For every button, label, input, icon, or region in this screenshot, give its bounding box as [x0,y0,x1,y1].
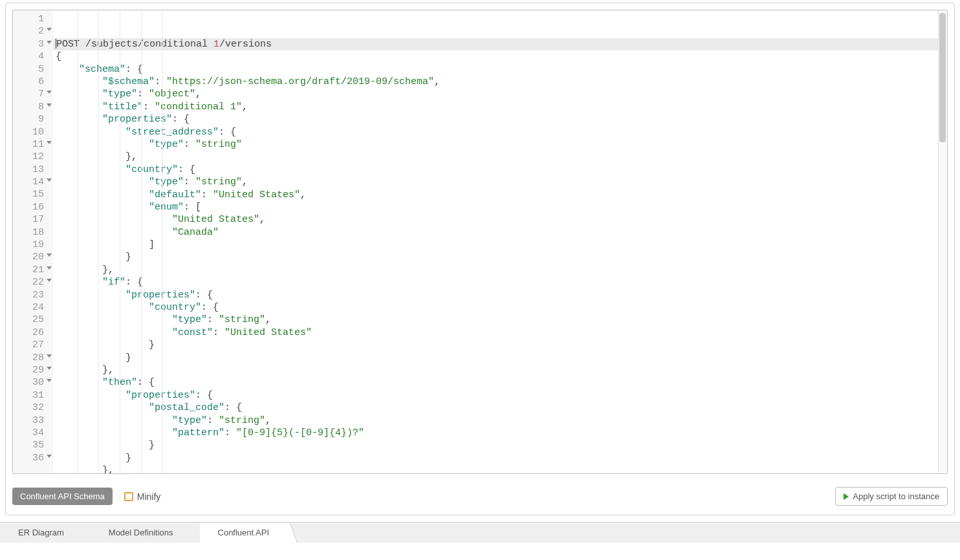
code-line-16[interactable]: "Canada" [53,226,947,239]
gutter-line-35: 35 [13,439,53,451]
editor-toolbar: Confluent API Schema Minify Apply script… [12,487,948,506]
fold-toggle-icon[interactable] [47,178,52,182]
gutter-line-1: 1 [13,13,53,25]
minify-label: Minify [137,491,161,502]
code-line-29[interactable]: "properties": { [53,389,947,402]
scrollbar-thumb[interactable] [939,13,946,142]
code-line-10[interactable]: }, [53,151,947,163]
gutter-line-18: 18 [13,226,53,239]
code-line-12[interactable]: "type": "string", [53,176,947,188]
code-line-4[interactable]: "$schema": "https://json-schema.org/draf… [53,76,947,88]
code-line-28[interactable]: "then": { [53,376,947,389]
code-line-24[interactable]: "const": "United States" [53,327,947,339]
code-line-25[interactable]: } [53,339,947,351]
code-line-9[interactable]: "type": "string" [53,138,947,151]
fold-toggle-icon[interactable] [47,455,52,458]
gutter-line-27: 27 [13,339,53,351]
code-line-1[interactable]: POST /subjects/conditional 1/versions [53,38,947,50]
gutter-line-28: 28 [13,352,53,364]
code-line-35[interactable]: }, [53,464,947,473]
apply-script-button[interactable]: Apply script to instance [835,487,948,506]
fold-toggle-icon[interactable] [47,103,52,107]
code-line-18[interactable]: } [53,251,947,263]
code-line-2[interactable]: { [53,50,947,63]
gutter-line-34: 34 [13,427,53,439]
code-line-32[interactable]: "pattern": "[0-9]{5}(-[0-9]{4})?" [53,427,947,439]
indent-guide [77,10,78,473]
gutter-line-15: 15 [13,188,53,200]
fold-toggle-icon[interactable] [47,379,52,382]
main-panel: 1234567891011121314151617181920212223242… [5,3,955,515]
gutter-line-13: 13 [13,164,53,176]
gutter-line-14: 14 [13,176,53,188]
code-line-27[interactable]: }, [53,364,947,376]
code-line-7[interactable]: "properties": { [53,113,947,125]
code-line-33[interactable]: } [53,439,947,451]
gutter-line-33: 33 [13,415,53,427]
gutter-line-32: 32 [13,402,53,414]
gutter-line-31: 31 [13,389,53,402]
fold-toggle-icon[interactable] [47,354,52,358]
code-line-19[interactable]: }, [53,264,947,276]
code-area[interactable]: POST /subjects/conditional 1/versions{ "… [53,10,947,473]
line-gutter: 1234567891011121314151617181920212223242… [13,10,53,473]
confluent-api-schema-button[interactable]: Confluent API Schema [12,488,113,505]
gutter-line-21: 21 [13,264,53,276]
gutter-line-5: 5 [13,63,53,76]
code-line-3[interactable]: "schema": { [53,63,947,76]
code-line-14[interactable]: "enum": [ [53,201,947,213]
gutter-line-29: 29 [13,364,53,376]
code-line-5[interactable]: "type": "object", [53,88,947,100]
gutter-line-4: 4 [13,50,53,63]
gutter-line-20: 20 [13,251,53,263]
code-line-22[interactable]: "country": { [53,301,947,314]
gutter-line-16: 16 [13,201,53,213]
fold-toggle-icon[interactable] [47,141,52,144]
code-line-23[interactable]: "type": "string", [53,314,947,326]
indent-guide [162,10,163,473]
tab-confluent-api[interactable]: Confluent API [200,522,289,543]
gutter-line-36: 36 [13,452,53,464]
scrollbar-vertical[interactable] [938,10,947,473]
gutter-line-26: 26 [13,327,53,339]
fold-toggle-icon[interactable] [47,367,52,370]
fold-toggle-icon[interactable] [47,91,52,94]
minify-checkbox[interactable]: Minify [124,491,161,502]
fold-toggle-icon[interactable] [47,41,52,44]
apply-script-label: Apply script to instance [853,491,939,501]
fold-toggle-icon[interactable] [47,28,52,31]
gutter-line-30: 30 [13,376,53,389]
code-line-13[interactable]: "default": "United States", [53,189,947,201]
gutter-line-23: 23 [13,289,53,301]
code-line-8[interactable]: "street_address": { [53,126,947,138]
play-icon [844,493,849,500]
indent-guide [120,10,120,473]
tab-model-definitions[interactable]: Model Definitions [83,522,200,543]
gutter-line-6: 6 [13,76,53,88]
code-line-20[interactable]: "if": { [53,276,947,288]
code-line-31[interactable]: "type": "string", [53,415,947,427]
indent-guide [141,10,142,473]
gutter-line-10: 10 [13,126,53,138]
code-line-30[interactable]: "postal_code": { [53,402,947,414]
fold-toggle-icon[interactable] [47,253,52,257]
code-line-6[interactable]: "title": "conditional 1", [53,101,947,113]
code-line-34[interactable]: } [53,452,947,464]
fold-toggle-icon[interactable] [47,279,52,282]
code-line-11[interactable]: "country": { [53,164,947,176]
gutter-line-2: 2 [13,25,53,38]
gutter-line-12: 12 [13,151,53,163]
code-line-21[interactable]: "properties": { [53,289,947,301]
gutter-line-22: 22 [13,276,53,288]
tab-er-diagram[interactable]: ER Diagram [0,522,83,543]
code-line-17[interactable]: ] [53,239,947,251]
gutter-line-3: 3 [13,38,53,50]
gutter-line-9: 9 [13,113,53,125]
code-line-26[interactable]: } [53,352,947,364]
code-editor[interactable]: 1234567891011121314151617181920212223242… [12,10,948,474]
code-line-15[interactable]: "United States", [53,213,947,226]
checkbox-box-icon [124,492,133,501]
fold-toggle-icon[interactable] [47,266,52,270]
gutter-line-8: 8 [13,101,53,113]
gutter-line-25: 25 [13,314,53,326]
